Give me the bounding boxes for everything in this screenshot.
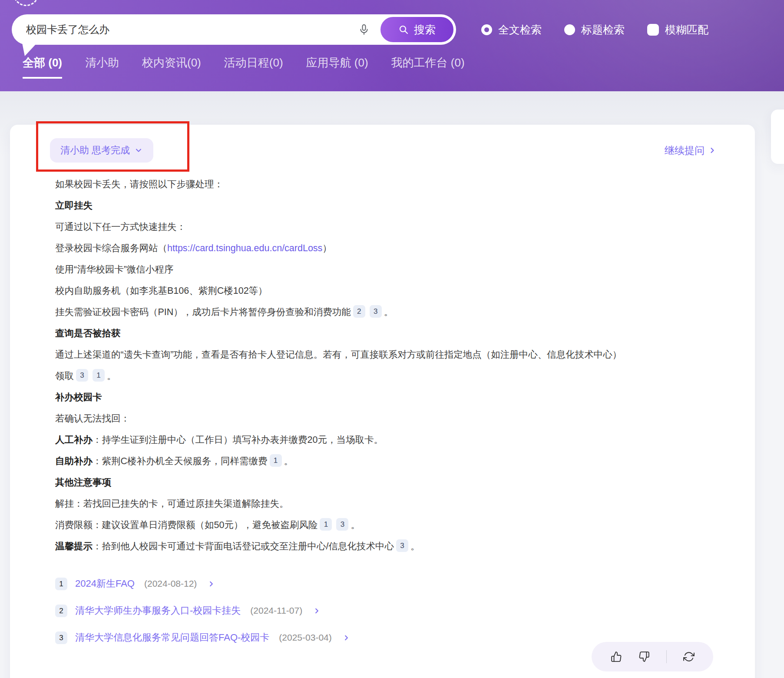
answer-line: 校内自助服务机（如李兆基B106、紫荆C楼102等）: [55, 280, 717, 302]
answer-line: 消费限额：建议设置单日消费限额（如50元），避免被盗刷风险13。: [55, 515, 717, 536]
thumbs-down-icon[interactable]: [638, 651, 650, 662]
answer-text: 若确认无法找回：: [55, 413, 130, 424]
reference-link[interactable]: 2024新生FAQ: [75, 577, 135, 590]
result-tabs: 全部 (0)清小助校内资讯(0)活动日程(0)应用导航 (0)我的工作台 (0): [23, 55, 784, 79]
answer-text: 。: [351, 520, 360, 530]
reference-link[interactable]: 清华大学师生办事服务入口-校园卡挂失: [75, 604, 241, 617]
reference-date: (2024-11-07): [250, 605, 302, 616]
chevron-right-icon: [342, 634, 351, 642]
search-bar[interactable]: 搜索: [12, 14, 456, 45]
answer-text: 。: [107, 371, 116, 381]
answer-line: 人工补办：持学生证到注册中心（工作日）填写补办表并缴费20元，当场取卡。: [55, 429, 717, 451]
option-fuzzy-match[interactable]: 模糊匹配: [647, 23, 708, 37]
reference-date: (2024-08-12): [144, 578, 197, 589]
search-icon: [398, 24, 409, 35]
citation-badge[interactable]: 3: [76, 369, 88, 382]
citation-badge[interactable]: 3: [370, 305, 382, 318]
thumbs-up-icon[interactable]: [611, 651, 622, 662]
tab-2[interactable]: 校内资讯(0): [142, 55, 201, 79]
answer-text: 。: [384, 307, 394, 317]
search-input[interactable]: [26, 23, 358, 36]
search-header: 搜索 全文检索 标题检索 模糊匹配 全部 (0)清小助校内资讯(0)活动日程(0…: [0, 0, 784, 91]
radio-unselected-icon: [564, 24, 575, 35]
citation-badge[interactable]: 2: [353, 305, 365, 318]
search-button-label: 搜索: [414, 23, 436, 37]
option-fulltext-search[interactable]: 全文检索: [481, 23, 542, 37]
radio-selected-icon: [481, 24, 492, 35]
answer-line: 补办校园卡: [55, 387, 717, 408]
card-header: 清小助 思考完成 继续提问: [55, 138, 717, 163]
answer-line: 自助补办：紫荆C楼补办机全天候服务，同样需缴费1。: [55, 451, 717, 472]
answer-text: 消费限额：建议设置单日消费限额（如50元），避免被盗刷风险: [55, 520, 318, 530]
answer-bold-text: 人工补办: [55, 435, 93, 445]
assistant-answer-card: 清小助 思考完成 继续提问 如果校园卡丢失，请按照以下步骤处理：立即挂失可通过以…: [10, 125, 755, 678]
reference-list: 12024新生FAQ(2024-08-12)2清华大学师生办事服务入口-校园卡挂…: [55, 570, 717, 651]
answer-bold-text: 其他注意事项: [55, 477, 111, 488]
actions-divider: [666, 650, 667, 663]
reference-link[interactable]: 清华大学信息化服务常见问题回答FAQ-校园卡: [75, 631, 269, 644]
answer-text: 校内自助服务机（如李兆基B106、紫荆C楼102等）: [55, 286, 268, 296]
reference-number-badge: 2: [55, 605, 67, 617]
answer-text: ：持学生证到注册中心（工作日）填写补办表并缴费20元，当场取卡。: [93, 435, 383, 445]
assistant-status-pill[interactable]: 清小助 思考完成: [50, 138, 153, 163]
answer-bold-text: 自助补办: [55, 456, 93, 466]
regenerate-icon[interactable]: [683, 651, 695, 662]
answer-text: 。: [410, 541, 420, 552]
answer-text: 可通过以下任一方式快速挂失：: [55, 222, 186, 232]
answer-line: 查询是否被拾获: [55, 323, 717, 344]
answer-line: 登录校园卡综合服务网站（https://card.tsinghua.edu.cn…: [55, 238, 717, 259]
citation-badge[interactable]: 1: [270, 454, 282, 467]
answer-text: 登录校园卡综合服务网站（: [55, 243, 167, 253]
chevron-right-icon: [313, 607, 321, 615]
answer-body: 如果校园卡丢失，请按照以下步骤处理：立即挂失可通过以下任一方式快速挂失：登录校园…: [55, 174, 717, 557]
answer-line: 如果校园卡丢失，请按照以下步骤处理：: [55, 174, 717, 195]
search-button[interactable]: 搜索: [380, 16, 454, 43]
chevron-right-icon: [708, 146, 717, 155]
answer-line: 解挂：若找回已挂失的卡，可通过原挂失渠道解除挂失。: [55, 493, 717, 515]
citation-badge[interactable]: 3: [336, 518, 348, 531]
checkbox-unchecked-icon: [647, 24, 659, 36]
answer-text: 领取: [55, 371, 74, 381]
answer-text: 如果校园卡丢失，请按照以下步骤处理：: [55, 179, 223, 189]
answer-actions-bar: [592, 642, 713, 671]
continue-asking-label: 继续提问: [665, 144, 705, 157]
option-title-search[interactable]: 标题检索: [564, 23, 625, 37]
answer-bold-text: 温馨提示: [55, 541, 93, 552]
answer-line: 温馨提示：拾到他人校园卡可通过卡背面电话登记或交至注册中心/信息化技术中心3。: [55, 536, 717, 557]
answer-bold-text: 查询是否被拾获: [55, 328, 121, 339]
answer-line: 若确认无法找回：: [55, 408, 717, 429]
reference-number-badge: 3: [55, 631, 67, 644]
chevron-down-icon: [134, 146, 143, 155]
answer-line: 可通过以下任一方式快速挂失：: [55, 216, 717, 238]
citation-badge[interactable]: 1: [320, 518, 332, 531]
answer-text: ：紫荆C楼补办机全天候服务，同样需缴费: [93, 456, 268, 466]
tab-0[interactable]: 全部 (0): [23, 55, 62, 79]
answer-text: ：拾到他人校园卡可通过卡背面电话登记或交至注册中心/信息化技术中心: [93, 541, 394, 552]
answer-line: 通过上述渠道的“遗失卡查询”功能，查看是否有拾卡人登记信息。若有，可直接联系对方…: [55, 344, 717, 366]
answer-text: 使用“清华校园卡”微信小程序: [55, 264, 173, 275]
next-card-peek: [771, 110, 784, 164]
continue-asking-button[interactable]: 继续提问: [665, 144, 717, 157]
answer-link[interactable]: https://card.tsinghua.edu.cn/cardLoss: [167, 243, 322, 253]
tab-4[interactable]: 应用导航 (0): [306, 55, 368, 79]
answer-line: 挂失需验证校园卡密码（PIN），成功后卡片将暂停身份查验和消费功能23。: [55, 302, 717, 323]
tab-1[interactable]: 清小助: [85, 55, 119, 79]
reference-number-badge: 1: [55, 578, 67, 590]
answer-text: 。: [284, 456, 294, 466]
citation-badge[interactable]: 1: [93, 369, 105, 382]
reference-date: (2025-03-04): [279, 632, 331, 643]
answer-line: 其他注意事项: [55, 472, 717, 493]
answer-bold-text: 补办校园卡: [55, 392, 102, 402]
search-options: 全文检索 标题检索 模糊匹配: [481, 23, 731, 37]
tab-3[interactable]: 活动日程(0): [224, 55, 283, 79]
reference-item[interactable]: 2清华大学师生办事服务入口-校园卡挂失(2024-11-07): [55, 597, 717, 624]
reference-item[interactable]: 12024新生FAQ(2024-08-12): [55, 570, 717, 597]
microphone-icon[interactable]: [358, 23, 370, 36]
tab-5[interactable]: 我的工作台 (0): [391, 55, 465, 79]
answer-text: ）: [322, 243, 332, 253]
results-area: 清小助 思考完成 继续提问 如果校园卡丢失，请按照以下步骤处理：立即挂失可通过以…: [0, 91, 784, 678]
answer-line: 使用“清华校园卡”微信小程序: [55, 259, 717, 280]
answer-line: 领取31。: [55, 366, 717, 387]
option-label: 模糊匹配: [665, 23, 708, 37]
citation-badge[interactable]: 3: [396, 539, 408, 552]
